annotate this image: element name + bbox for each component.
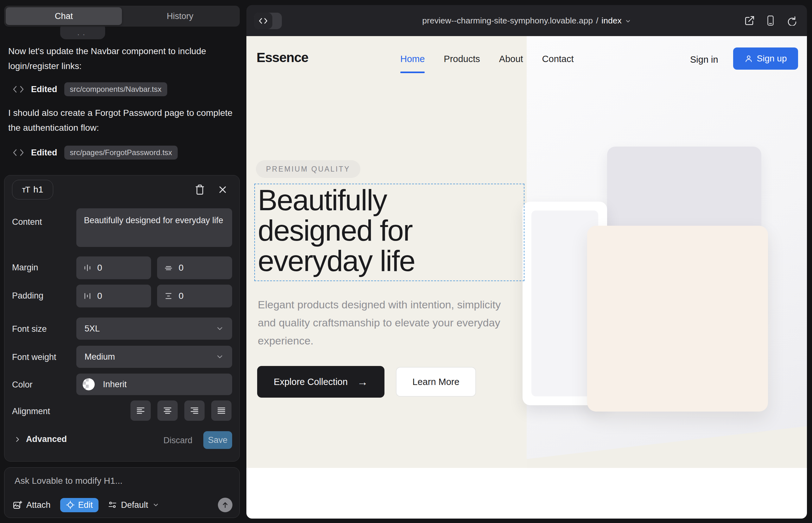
hero-section: PREMIUM QUALITY Beautifully designed for… <box>246 80 527 468</box>
send-button[interactable] <box>218 498 232 512</box>
nav-link-home[interactable]: Home <box>400 54 425 64</box>
tab-chat[interactable]: Chat <box>6 7 122 25</box>
delete-element-button[interactable] <box>193 183 207 196</box>
sliders-icon <box>108 501 117 509</box>
align-left-button[interactable] <box>130 400 151 421</box>
refresh-button[interactable] <box>786 16 796 26</box>
element-tag-label: h1 <box>33 184 43 195</box>
site-canvas: Essence Home Products About Contact Sign… <box>246 36 807 519</box>
typography-icon: тT <box>22 185 30 195</box>
tab-history[interactable]: History <box>122 7 238 25</box>
preview-actions <box>744 5 796 36</box>
mode-selector[interactable]: Default <box>108 500 159 510</box>
content-label: Content <box>12 217 42 227</box>
margin-y-input[interactable]: 0 <box>157 256 232 279</box>
preview-route: index <box>601 16 621 26</box>
color-select[interactable]: Inherit <box>76 374 232 395</box>
align-right-icon <box>189 406 199 415</box>
edit-mode-label: Edit <box>78 500 93 510</box>
code-preview-toggle[interactable] <box>254 13 282 29</box>
attach-image-icon <box>13 500 22 510</box>
chevron-down-icon <box>216 353 224 361</box>
advanced-toggle[interactable]: Advanced <box>14 434 67 444</box>
sign-up-button[interactable]: Sign up <box>733 48 798 70</box>
composer-input[interactable]: Ask Lovable to modify H1... <box>15 476 229 486</box>
chat-history-tabs: Chat History <box>4 6 240 26</box>
code-icon <box>259 17 268 24</box>
chevron-down-icon <box>216 325 224 333</box>
file-chip-navbar[interactable]: src/components/Navbar.tsx <box>64 82 167 96</box>
color-label: Color <box>12 380 33 390</box>
target-icon <box>66 501 75 509</box>
explore-collection-label: Explore Collection <box>273 377 348 387</box>
arrow-up-icon <box>222 501 229 509</box>
align-justify-icon <box>216 406 226 415</box>
color-swatch-transparent <box>83 378 95 390</box>
font-size-select[interactable]: 5XL <box>76 318 232 340</box>
open-external-button[interactable] <box>744 15 755 26</box>
margin-vertical-icon <box>164 264 173 272</box>
element-tag-pill[interactable]: тT h1 <box>12 180 53 199</box>
advanced-label: Advanced <box>26 434 67 444</box>
assistant-message: Now let's update the Navbar component to… <box>8 44 234 73</box>
chat-composer: Ask Lovable to modify H1... Attach <box>4 467 240 518</box>
hero-cta-group: Explore Collection → Learn More <box>257 366 476 398</box>
align-right-button[interactable] <box>184 400 205 421</box>
font-size-value: 5XL <box>85 324 100 334</box>
edited-file-row: Edited src/pages/ForgotPassword.tsx <box>13 145 178 160</box>
padding-label: Padding <box>12 291 43 301</box>
nav-link-products[interactable]: Products <box>444 54 480 64</box>
hero-description: Elegant products designed with intention… <box>258 296 514 350</box>
alignment-buttons <box>130 400 231 421</box>
padding-y-input[interactable]: 0 <box>157 285 232 307</box>
code-icon <box>13 148 24 157</box>
code-toggle-segment[interactable] <box>254 13 272 29</box>
nav-link-about[interactable]: About <box>499 54 523 64</box>
preview-url[interactable]: preview--charming-site-symphony.lovable.… <box>246 5 807 36</box>
discard-button[interactable]: Discard <box>163 436 193 446</box>
nav-link-contact[interactable]: Contact <box>542 54 574 64</box>
close-editor-button[interactable] <box>216 183 229 196</box>
beige-wedge-decoration <box>527 423 807 468</box>
learn-more-button[interactable]: Learn More <box>396 367 476 397</box>
url-separator: / <box>596 16 598 26</box>
file-chip-forgot-password[interactable]: src/pages/ForgotPassword.tsx <box>64 146 178 160</box>
refresh-icon <box>786 16 796 26</box>
selection-outline <box>254 184 525 281</box>
align-justify-button[interactable] <box>211 400 231 421</box>
content-input[interactable]: Beautifully designed for everyday life <box>76 208 232 247</box>
chevron-down-icon <box>625 18 631 24</box>
site-navbar: Essence Home Products About Contact Sign… <box>246 36 807 80</box>
align-left-icon <box>136 406 146 415</box>
padding-x-value: 0 <box>97 291 102 301</box>
save-button[interactable]: Save <box>203 431 232 449</box>
user-icon <box>744 54 753 63</box>
sign-up-label: Sign up <box>757 54 787 64</box>
explore-collection-button[interactable]: Explore Collection → <box>257 366 385 398</box>
mobile-view-button[interactable] <box>766 15 775 26</box>
padding-x-input[interactable]: 0 <box>76 285 151 307</box>
edit-mode-button[interactable]: Edit <box>60 498 99 512</box>
trash-icon <box>195 184 205 195</box>
preview-toolbar: preview--charming-site-symphony.lovable.… <box>246 5 807 36</box>
margin-x-input[interactable]: 0 <box>76 256 151 279</box>
nav-links: Home Products About Contact <box>400 54 574 64</box>
close-icon <box>218 185 227 194</box>
site-logo[interactable]: Essence <box>257 50 308 65</box>
sign-in-link[interactable]: Sign in <box>690 54 718 65</box>
font-weight-select[interactable]: Medium <box>76 346 232 368</box>
chat-sidebar: ·· Chat History Now let's update the Nav… <box>0 0 246 523</box>
edited-label: Edited <box>31 148 57 158</box>
color-value: Inherit <box>103 380 127 390</box>
attach-button[interactable]: Attach <box>13 500 51 510</box>
margin-horizontal-icon <box>83 264 91 272</box>
preview-domain: preview--charming-site-symphony.lovable.… <box>422 16 593 26</box>
padding-y-value: 0 <box>179 291 184 301</box>
align-center-button[interactable] <box>157 400 178 421</box>
chevron-right-icon <box>14 435 21 444</box>
chip-dots: ·· <box>77 33 88 36</box>
padding-horizontal-icon <box>83 292 91 301</box>
external-link-icon <box>744 15 755 26</box>
attach-label: Attach <box>26 500 51 510</box>
edited-label: Edited <box>31 85 57 94</box>
